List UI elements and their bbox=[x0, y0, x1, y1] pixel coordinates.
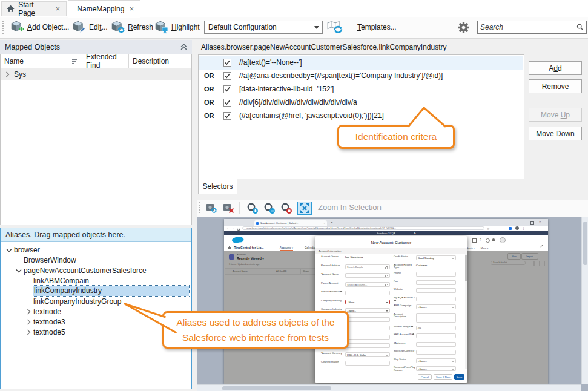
chevron-right-icon[interactable] bbox=[25, 309, 31, 315]
chevron-right-icon[interactable] bbox=[4, 71, 10, 77]
add-selector-button[interactable]: Add bbox=[529, 61, 582, 75]
selector-checkbox[interactable] bbox=[223, 59, 231, 67]
tree-item-browser[interactable]: browser bbox=[1, 245, 191, 255]
field-input bbox=[345, 291, 390, 295]
tab-namemapping[interactable]: NameMapping × bbox=[68, 0, 140, 18]
chevron-right-icon[interactable] bbox=[25, 329, 31, 335]
tab-selectors[interactable]: Selectors bbox=[198, 179, 237, 194]
chevron-down-icon[interactable] bbox=[16, 268, 22, 274]
zoom-out-icon bbox=[263, 202, 276, 214]
update-image-button[interactable] bbox=[204, 202, 219, 215]
viewer-vertical-scrollbar[interactable] bbox=[581, 217, 588, 384]
templates-button[interactable]: Templates... bbox=[355, 19, 399, 35]
add-object-button[interactable]: Add Object... bbox=[7, 19, 71, 35]
toolbar-grip[interactable] bbox=[2, 21, 4, 34]
modal-close-icon: × bbox=[414, 231, 416, 235]
column-header-description[interactable]: Description bbox=[129, 54, 191, 68]
chevron-down-icon[interactable] bbox=[6, 247, 12, 253]
column-header-name[interactable]: Name bbox=[1, 54, 82, 68]
selector-expression[interactable]: //a[@aria-describedby=(//span[text()='Co… bbox=[239, 71, 443, 80]
chevron-right-icon[interactable] bbox=[25, 319, 31, 325]
move-up-button[interactable]: Move Up bbox=[529, 108, 582, 122]
tree-item-linkCompanyIndustry[interactable]: linkCompanyIndustry bbox=[1, 286, 191, 296]
or-operator-label: OR bbox=[204, 112, 214, 119]
selector-expression[interactable]: [data-interactive-lib-uid='152'] bbox=[239, 85, 334, 93]
tree-item-label: Sys bbox=[14, 70, 26, 79]
tree-item-label: textnode3 bbox=[33, 318, 65, 326]
selector-checkbox[interactable] bbox=[223, 72, 231, 80]
field-select: --None-- bbox=[345, 308, 390, 313]
close-icon[interactable]: × bbox=[54, 5, 61, 13]
selector-expression[interactable]: //a[text()='--None--'] bbox=[239, 58, 302, 67]
info-icon bbox=[412, 334, 414, 335]
selector-checkbox[interactable] bbox=[223, 85, 231, 93]
field-input bbox=[416, 288, 456, 293]
aliases-panel: Aliases. Drag mapped objects here. brows… bbox=[0, 228, 192, 389]
remove-selector-button[interactable]: Remove bbox=[529, 79, 582, 93]
selector-expression[interactable]: (//a[contains(@href, 'javascript:void(0)… bbox=[239, 111, 384, 120]
tree-item-label: linkCompanyIndustry bbox=[33, 286, 189, 296]
move-down-button[interactable]: Move Down bbox=[529, 126, 582, 140]
viewer-toolbar-grip[interactable] bbox=[199, 202, 200, 214]
field-label: *Account Currency bbox=[321, 352, 345, 355]
zoom-in-button[interactable] bbox=[245, 202, 260, 215]
nav-tab-accounts: Accounts ▾ bbox=[280, 246, 293, 252]
tree-item-pageNewAccountCustomerSalesforce[interactable]: pageNewAccountCustomerSalesforce bbox=[1, 265, 191, 275]
chevron-down-icon[interactable] bbox=[311, 21, 322, 33]
select-caret-icon bbox=[386, 302, 388, 303]
zoom-in-selection-button[interactable] bbox=[297, 202, 312, 215]
field-label: Clearing Margin bbox=[321, 361, 345, 364]
field-search: Search Accounts... bbox=[345, 282, 390, 287]
field-select: USD - U.S. Dollar bbox=[345, 352, 390, 357]
tab-start-page[interactable]: Start Page × bbox=[1, 1, 67, 16]
selector-row[interactable]: OR[data-interactive-lib-uid='152'] bbox=[199, 83, 523, 96]
save-button: Save bbox=[454, 374, 464, 380]
column-header-extended-find[interactable]: Extended Find bbox=[82, 54, 129, 68]
salesforce-logo bbox=[231, 237, 245, 243]
lookup-search-icon bbox=[385, 284, 388, 287]
collapse-panel-icon[interactable] bbox=[180, 44, 187, 50]
sort-icon bbox=[71, 59, 78, 64]
toolbar-separator bbox=[349, 21, 349, 34]
field-area bbox=[416, 313, 456, 323]
configuration-combobox[interactable]: Default Configuration bbox=[204, 21, 323, 34]
tree-item-BrowserWindow[interactable]: BrowserWindow bbox=[1, 255, 191, 265]
field-input: 0% bbox=[416, 326, 456, 330]
tree-item-linkABMCompain[interactable]: linkABMCompain bbox=[1, 275, 191, 286]
tree-item-linkCompanyIndustryGroup[interactable]: linkCompanyIndustryGroup bbox=[1, 296, 191, 306]
selector-checkbox[interactable] bbox=[223, 112, 231, 120]
app-name: RingCentral for Lig... bbox=[234, 246, 263, 249]
delete-image-button[interactable] bbox=[221, 202, 236, 215]
gear-icon bbox=[457, 21, 470, 34]
info-icon bbox=[340, 291, 342, 292]
url-text: smartbear--tcqa.lightningforce.com/light… bbox=[246, 227, 396, 229]
field-label: Credit Status bbox=[394, 255, 415, 258]
main-toolbar: Add Object... Edit... Refres bbox=[0, 17, 588, 39]
selector-row[interactable]: OR//div[6]/div/div/div/div/div/div/div/d… bbox=[199, 96, 523, 110]
switch-configuration-button[interactable] bbox=[327, 21, 343, 36]
zoom-reset-button[interactable] bbox=[279, 202, 294, 215]
refresh-button[interactable]: Refresh bbox=[108, 19, 156, 35]
highlight-button[interactable]: Highlight bbox=[151, 19, 202, 35]
select-caret-icon bbox=[452, 258, 454, 259]
selector-row[interactable]: OR//a[@aria-describedby=(//span[text()='… bbox=[199, 70, 523, 83]
selector-expression[interactable]: //div[6]/div/div/div/div/div/div/div/div… bbox=[239, 98, 357, 107]
close-icon[interactable]: × bbox=[128, 5, 135, 13]
zoom-out-button[interactable] bbox=[262, 202, 277, 215]
field-label: Company Industry bbox=[321, 300, 345, 303]
browser-url-bar: ← → smartbear--tcqa.lightningforce.com/l… bbox=[224, 226, 548, 231]
add-object-icon bbox=[10, 21, 24, 34]
home-icon bbox=[7, 5, 15, 13]
viewer-horizontal-scrollbar[interactable] bbox=[197, 384, 581, 391]
field-select: Good Standing bbox=[416, 255, 456, 260]
search-icon[interactable] bbox=[576, 23, 584, 31]
field-input bbox=[416, 342, 456, 347]
selector-row[interactable]: //a[text()='--None--'] bbox=[199, 56, 523, 70]
selector-checkbox[interactable] bbox=[223, 99, 231, 107]
tree-item-Sys[interactable]: Sys bbox=[1, 68, 191, 80]
settings-button[interactable] bbox=[457, 21, 470, 36]
edit-button[interactable]: Edit... bbox=[69, 19, 110, 35]
search-input[interactable] bbox=[478, 23, 576, 31]
selector-row[interactable]: OR(//a[contains(@href, 'javascript:void(… bbox=[199, 110, 523, 123]
captured-image-area[interactable]: New Account: Customer | Salesf... × + × … bbox=[197, 217, 588, 391]
